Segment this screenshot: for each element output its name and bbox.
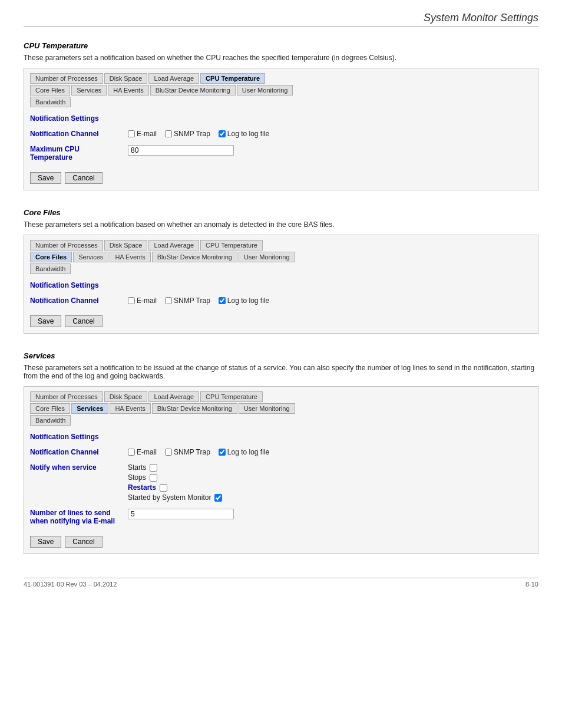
started-by-monitor-label: Started by System Monitor [128,493,211,502]
tab-user-monitoring-services[interactable]: User Monitoring [239,403,295,414]
tab-services-core[interactable]: Services [73,252,108,262]
tab-user-monitoring-cpu[interactable]: User Monitoring [237,85,293,95]
tab-cpu-temperature-services[interactable]: CPU Temperature [200,391,263,402]
notify-row-starts: Starts [128,463,528,472]
tab-num-processes-core[interactable]: Number of Processes [30,240,103,251]
section-desc-cpu: These parameters set a notification base… [24,54,538,62]
email-checkbox-services[interactable] [128,449,135,456]
log-checkbox-cpu[interactable] [219,130,226,137]
tab-row-3-cpu: Bandwidth [30,97,532,107]
tab-ha-events-cpu[interactable]: HA Events [108,85,148,95]
tab-num-processes-cpu[interactable]: Number of Processes [30,73,103,84]
value-notification-channel-services: E-mail SNMP Trap Log to log file [124,444,532,460]
snmp-checkbox-label-cpu[interactable]: SNMP Trap [165,130,210,138]
footer-left: 41-001391-00 Rev 03 – 04.2012 [24,581,117,588]
save-button-services[interactable]: Save [30,536,61,548]
snmp-checkbox-services[interactable] [165,449,172,456]
tab-load-average-services[interactable]: Load Average [148,391,199,402]
email-checkbox-label-cpu[interactable]: E-mail [128,130,157,138]
save-button-cpu[interactable]: Save [30,172,61,184]
page-title-bar: System Monitor Settings [24,12,538,27]
email-label-services: E-mail [137,448,157,456]
snmp-checkbox-label-core[interactable]: SNMP Trap [165,297,210,305]
log-checkbox-label-services[interactable]: Log to log file [219,448,269,456]
starts-checkbox[interactable] [150,464,157,472]
value-notification-settings-core [124,278,532,285]
tab-disk-space-services[interactable]: Disk Space [104,391,148,402]
started-by-monitor-checkbox[interactable] [214,494,222,502]
tab-services-cpu[interactable]: Services [71,85,107,95]
tab-disk-space-cpu[interactable]: Disk Space [104,73,148,84]
footer-right: 8-10 [525,581,538,588]
label-notification-settings-services: Notification Settings [30,429,124,444]
tab-core-files-cpu[interactable]: Core Files [30,85,70,95]
log-label-cpu: Log to log file [227,130,269,138]
snmp-checkbox-core[interactable] [165,297,172,304]
email-checkbox-cpu[interactable] [128,130,135,137]
cancel-button-core[interactable]: Cancel [65,315,102,327]
btn-row-cpu: Save Cancel [30,171,532,184]
tab-core-files-core[interactable]: Core Files [30,252,72,262]
email-label-cpu: E-mail [137,130,157,138]
restarts-checkbox[interactable] [160,484,167,492]
stops-checkbox[interactable] [150,474,157,482]
snmp-checkbox-label-services[interactable]: SNMP Trap [165,448,210,456]
btn-row-core: Save Cancel [30,314,532,327]
tab-bluestar-cpu[interactable]: BluStar Device Monitoring [150,85,236,95]
email-checkbox-core[interactable] [128,297,135,304]
snmp-checkbox-cpu[interactable] [165,130,172,137]
tab-ha-events-core[interactable]: HA Events [110,252,150,262]
section-core-files: Core Files These parameters set a notifi… [24,208,538,334]
tab-cpu-temperature-core[interactable]: CPU Temperature [200,240,263,251]
notify-row-restarts: Restarts [128,483,528,492]
num-lines-input[interactable] [128,509,234,519]
log-label-services: Log to log file [227,448,269,456]
label-notify-when-service: Notify when service [30,460,124,475]
notify-row-stops: Stops [128,473,528,482]
tab-row-3-services: Bandwidth [30,415,532,426]
log-checkbox-label-core[interactable]: Log to log file [219,297,269,305]
btn-row-services: Save Cancel [30,535,532,548]
starts-label: Starts [128,463,146,472]
tab-num-processes-services[interactable]: Number of Processes [30,391,103,402]
section-heading-services: Services [24,351,538,360]
tab-bluestar-core[interactable]: BluStar Device Monitoring [152,252,237,262]
tab-bandwidth-cpu[interactable]: Bandwidth [30,97,71,107]
tab-core-files-services[interactable]: Core Files [30,403,70,414]
tab-disk-space-core[interactable]: Disk Space [104,240,148,251]
label-num-lines: Number of lines to send when notifying v… [30,505,124,529]
save-button-core[interactable]: Save [30,315,61,327]
notify-rows: Starts Stops Restarts Started by System … [128,463,528,502]
settings-box-cpu: Number of Processes Disk Space Load Aver… [24,68,538,190]
checkbox-group-services: E-mail SNMP Trap Log to log file [128,448,528,456]
cancel-button-cpu[interactable]: Cancel [65,172,102,184]
value-max-temp [124,141,532,159]
email-checkbox-label-services[interactable]: E-mail [128,448,157,456]
tab-row-3-core: Bandwidth [30,263,532,274]
label-notification-channel-cpu: Notification Channel [30,126,124,141]
tab-user-monitoring-core[interactable]: User Monitoring [239,252,295,262]
log-checkbox-services[interactable] [219,449,226,456]
log-checkbox-core[interactable] [219,297,226,304]
tab-bandwidth-services[interactable]: Bandwidth [30,415,71,426]
tab-cpu-temperature-cpu[interactable]: CPU Temperature [200,73,265,84]
tab-bluestar-services[interactable]: BluStar Device Monitoring [152,403,237,414]
label-notification-channel-services: Notification Channel [30,444,124,460]
cancel-button-services[interactable]: Cancel [65,536,102,548]
settings-grid-services: Notification Settings Notification Chann… [30,429,532,529]
settings-box-services: Number of Processes Disk Space Load Aver… [24,386,538,554]
tab-services-services[interactable]: Services [71,403,108,414]
tab-ha-events-services[interactable]: HA Events [110,403,150,414]
log-checkbox-label-cpu[interactable]: Log to log file [219,130,269,138]
settings-grid-cpu: Notification Settings Notification Chann… [30,111,532,165]
stops-label: Stops [128,473,146,482]
tab-bandwidth-core[interactable]: Bandwidth [30,263,71,274]
snmp-label-services: SNMP Trap [174,448,210,456]
settings-grid-core: Notification Settings Notification Chann… [30,278,532,308]
tab-load-average-cpu[interactable]: Load Average [148,73,199,84]
email-checkbox-label-core[interactable]: E-mail [128,297,157,305]
value-notification-channel-core: E-mail SNMP Trap Log to log file [124,293,532,308]
tab-load-average-core[interactable]: Load Average [148,240,199,251]
label-notification-channel-core: Notification Channel [30,293,124,308]
max-temp-input[interactable] [128,145,234,156]
